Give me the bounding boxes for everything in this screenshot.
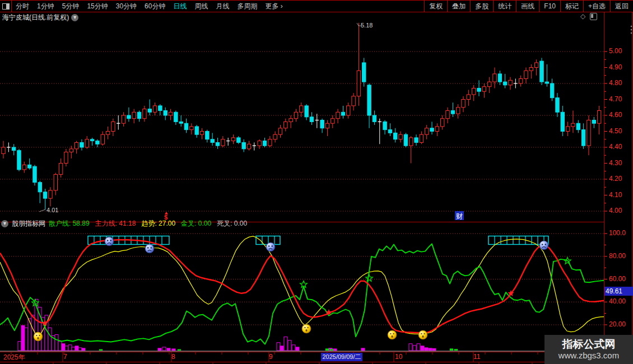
date-axis-month-10: 10 xyxy=(395,353,402,361)
indicator-axis-label: 20.00 xyxy=(609,320,626,328)
date-highlight: 2025/09/09/二 xyxy=(321,353,362,361)
price-axis-label: 4.30 xyxy=(609,159,622,167)
price-axis-label: 4.10 xyxy=(609,191,622,199)
date-axis-month-9: 9 xyxy=(269,353,273,361)
indicator-axis-label: 40.00 xyxy=(609,297,626,305)
price-axis-label: 5.00 xyxy=(609,47,622,55)
indicator-field-死叉: 死叉: 0.00 xyxy=(217,219,247,228)
window-layout-icon[interactable] xyxy=(590,13,597,20)
indicator-values: 散户线: 58.89主力线: 41.18趋势: 27.00金叉: 0.00死叉:… xyxy=(49,219,247,228)
grip-dot xyxy=(631,29,632,31)
price-axis-label: 4.90 xyxy=(609,63,622,71)
indicator-value-badge: 49.61 xyxy=(604,287,633,296)
indicator-field-趋势: 趋势: 27.00 xyxy=(141,219,175,228)
indicator-field-主力线: 主力线: 41.18 xyxy=(95,219,136,228)
split-pane-icon[interactable] xyxy=(0,1,12,12)
period-tab-1分钟[interactable]: 1分钟 xyxy=(33,2,58,11)
indicator-axis-label: 60.00 xyxy=(609,275,626,283)
low-annotation: 4.01 xyxy=(46,207,58,213)
period-tab-更多 ›[interactable]: 更多 › xyxy=(261,2,286,11)
menu-统计[interactable]: 统计 xyxy=(493,1,516,12)
date-axis-year: 2025年 xyxy=(3,353,25,362)
buy-star-marker xyxy=(300,281,307,288)
watermark-url: www.zbgs3.com xyxy=(558,351,619,361)
period-tab-60分钟[interactable]: 60分钟 xyxy=(141,2,169,11)
sad-face-marker xyxy=(539,241,548,250)
date-axis-month-7: 7 xyxy=(63,353,67,361)
period-tab-分时[interactable]: 分时 xyxy=(12,2,33,11)
grip-dot xyxy=(631,32,632,34)
green-bar xyxy=(454,349,458,351)
price-axis-label: 4.20 xyxy=(609,175,622,183)
page-title: 海宁皮城(日线.前复权) xyxy=(2,13,69,22)
price-axis-label: 4.70 xyxy=(609,95,622,103)
period-tab-5分钟[interactable]: 5分钟 xyxy=(58,2,83,11)
menu-返回[interactable]: 返回 xyxy=(610,1,633,12)
period-tabs: 分时1分钟5分钟15分钟30分钟60分钟日线周线月线多周期更多 › xyxy=(12,2,287,11)
menu-复权[interactable]: 复权 xyxy=(424,1,447,12)
smiley-face-marker xyxy=(34,332,43,341)
high-annotation: 5.18 xyxy=(361,22,373,29)
price-axis-label: 4.80 xyxy=(609,79,622,87)
period-tab-周线[interactable]: 周线 xyxy=(190,2,212,11)
low-annotation-leader xyxy=(39,209,45,212)
price-axis-label: 4.50 xyxy=(609,127,622,135)
cai-marker: 财 xyxy=(456,212,463,220)
period-tab-日线[interactable]: 日线 xyxy=(169,2,190,11)
menu-标记[interactable]: 标记 xyxy=(560,1,583,12)
menu-画线[interactable]: 画线 xyxy=(516,1,539,12)
indicator-field-散户线: 散户线: 58.89 xyxy=(49,219,90,228)
indicator-header: ▼ 股朋指标网 散户线: 58.89主力线: 41.18趋势: 27.00金叉:… xyxy=(1,219,247,228)
price-axis-label: 4.00 xyxy=(609,207,622,214)
sad-face-marker xyxy=(266,242,275,251)
watermark: 指标公式网 www.zbgs3.com xyxy=(544,335,633,364)
chart-canvas: 5.184.01$财 xyxy=(0,0,633,364)
indicator-source: 股朋指标网 xyxy=(12,219,45,228)
menu-F10[interactable]: F10 xyxy=(539,1,560,12)
indicator-field-金叉: 金叉: 0.00 xyxy=(181,219,211,228)
buy-star-marker xyxy=(366,275,373,282)
smiley-face-marker xyxy=(302,324,311,333)
grip-dot xyxy=(631,26,632,27)
top-toolbar: 分时1分钟5分钟15分钟30分钟60分钟日线周线月线多周期更多 › 复权叠加多股… xyxy=(0,0,633,12)
green-bar xyxy=(178,349,181,351)
smiley-face-marker xyxy=(418,330,427,339)
toolbar-menu: 复权叠加多股统计画线F10标记+自选返回 xyxy=(424,1,633,12)
sad-face-marker xyxy=(105,237,114,246)
green-bar xyxy=(330,349,333,351)
diamond-icon[interactable]: ◇ xyxy=(580,12,585,20)
period-tab-30分钟[interactable]: 30分钟 xyxy=(112,2,141,11)
date-axis-month-11: 11 xyxy=(473,353,480,361)
menu-+自选[interactable]: +自选 xyxy=(583,1,610,12)
price-axis-label: 4.60 xyxy=(609,111,622,119)
date-axis-month-8: 8 xyxy=(171,353,175,361)
period-tab-多周期[interactable]: 多周期 xyxy=(233,2,261,11)
green-bar xyxy=(450,348,453,351)
app-window: 5.184.01$财 分时1分钟5分钟15分钟30分钟60分钟日线周线月线多周期… xyxy=(0,0,633,364)
indicator-axis-label: 80.00 xyxy=(609,252,626,260)
chevron-down-circle-icon[interactable]: ▼ xyxy=(1,220,8,227)
period-tab-15分钟[interactable]: 15分钟 xyxy=(83,2,111,11)
period-tab-月线[interactable]: 月线 xyxy=(212,2,233,11)
candlestick-series xyxy=(2,23,601,209)
menu-多股[interactable]: 多股 xyxy=(470,1,493,12)
green-bar xyxy=(325,348,329,351)
green-bar xyxy=(99,349,103,351)
chevron-down-icon[interactable]: ▼ xyxy=(71,14,78,21)
title-bar: 海宁皮城(日线.前复权) ▼ xyxy=(2,13,78,22)
price-axis-label: 4.40 xyxy=(609,143,622,151)
menu-叠加[interactable]: 叠加 xyxy=(447,1,470,12)
indicator-axis-label: 100.0 xyxy=(609,229,626,237)
title-icons: ◇ xyxy=(580,12,597,20)
watermark-title: 指标公式网 xyxy=(562,338,616,351)
smiley-face-marker xyxy=(388,330,397,339)
sad-face-marker xyxy=(145,244,154,253)
